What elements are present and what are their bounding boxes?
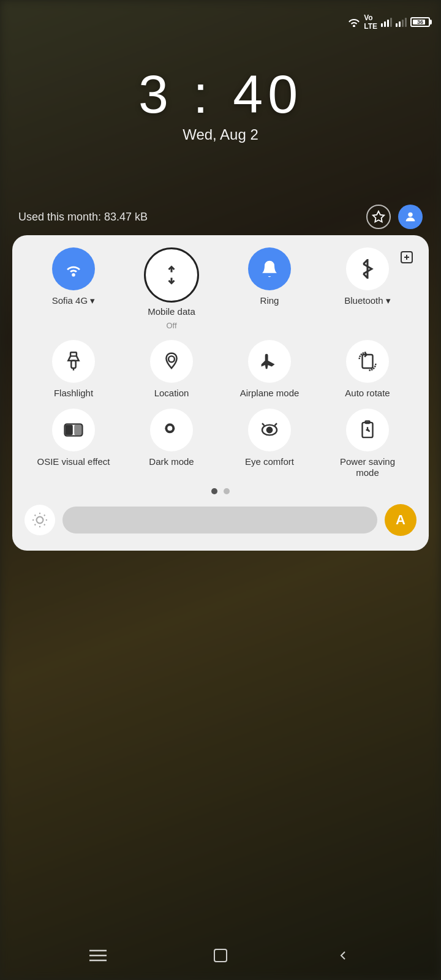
airplane-tile-icon	[248, 340, 291, 383]
location-label: Location	[154, 388, 189, 399]
brightness-slider[interactable]	[62, 507, 377, 533]
darkmode-tile-icon	[150, 409, 193, 451]
battery-level: 36	[417, 19, 423, 25]
nav-back-button[interactable]	[325, 937, 361, 974]
page-dots	[24, 488, 417, 494]
autorotate-label: Auto rotate	[345, 388, 390, 399]
svg-rect-13	[70, 352, 77, 356]
ring-tile-icon	[248, 247, 291, 290]
qs-row-3: OSIE visual effect Dark mode	[24, 409, 417, 478]
bluetooth-tile-icon	[346, 247, 389, 290]
qs-tile-osie[interactable]: OSIE visual effect	[34, 409, 113, 478]
dot-1	[211, 488, 217, 494]
bluetooth-label: Bluetooth ▾	[344, 295, 391, 306]
wifi-tile-icon	[52, 247, 95, 290]
svg-point-9	[408, 213, 412, 217]
qs-tile-flashlight[interactable]: Flashlight	[34, 340, 113, 399]
qs-tile-mobile-data[interactable]: Mobile data Off	[132, 247, 211, 330]
flashlight-tile-icon	[52, 340, 95, 383]
osie-label: OSIE visual effect	[37, 456, 110, 467]
svg-line-31	[35, 515, 36, 516]
svg-point-16	[168, 356, 175, 362]
powersaving-tile-icon	[346, 409, 389, 451]
clock-time: 3 : 40	[138, 67, 303, 121]
qs-tile-ring[interactable]: Ring	[230, 247, 309, 330]
svg-rect-4	[396, 23, 398, 27]
volte-icon: VoLTE	[364, 13, 377, 31]
dot-2	[224, 488, 230, 494]
brightness-row: A	[24, 504, 417, 536]
svg-point-22	[167, 426, 172, 431]
mobile-data-sublabel: Off	[166, 321, 176, 330]
svg-rect-19	[74, 425, 81, 435]
edit-button[interactable]	[396, 246, 418, 268]
settings-icon[interactable]	[366, 205, 391, 229]
qs-row-1: Sofia 4G ▾ Mobile data Off	[24, 247, 417, 330]
qs-tile-darkmode[interactable]: Dark mode	[132, 409, 211, 478]
location-tile-icon	[150, 340, 193, 383]
svg-rect-18	[66, 425, 73, 435]
brightness-icon[interactable]	[24, 505, 55, 535]
osie-tile-icon	[52, 409, 95, 451]
signal1-icon	[381, 17, 392, 27]
status-bar: VoLTE	[0, 0, 441, 37]
airplane-label: Airplane mode	[240, 388, 300, 399]
qs-tile-autorotate[interactable]: Auto rotate	[328, 340, 407, 399]
nav-home-button[interactable]	[202, 937, 239, 974]
svg-rect-2	[387, 20, 389, 27]
ring-label: Ring	[260, 295, 279, 306]
svg-line-32	[44, 524, 45, 526]
flashlight-label: Flashlight	[54, 388, 93, 399]
svg-point-24	[267, 428, 272, 432]
quick-settings-panel: Sofia 4G ▾ Mobile data Off	[12, 235, 429, 551]
svg-rect-0	[381, 23, 383, 27]
status-icons: VoLTE	[348, 13, 430, 31]
clock-date: Wed, Aug 2	[138, 126, 303, 143]
avatar-label: A	[396, 512, 405, 528]
qs-row-2: Flashlight Location A	[24, 340, 417, 399]
svg-line-35	[35, 524, 36, 526]
qs-tile-powersaving[interactable]: Power saving mode	[328, 409, 407, 478]
svg-rect-17	[363, 355, 373, 368]
data-usage-text: Used this month: 83.47 kB	[18, 211, 148, 224]
svg-rect-1	[384, 21, 386, 27]
data-usage-icons	[366, 205, 423, 229]
battery-icon: 36	[410, 17, 430, 27]
autorotate-tile-icon	[346, 340, 389, 383]
qs-tile-eyecomfort[interactable]: Eye comfort	[230, 409, 309, 478]
darkmode-label: Dark mode	[149, 456, 194, 467]
svg-marker-8	[373, 211, 384, 222]
svg-rect-40	[214, 949, 227, 962]
user-icon[interactable]	[398, 205, 423, 229]
qs-tile-wifi[interactable]: Sofia 4G ▾	[34, 247, 113, 330]
bottom-nav	[0, 931, 441, 980]
powersaving-label: Power saving mode	[328, 456, 407, 478]
clock-section: 3 : 40 Wed, Aug 2	[138, 67, 303, 143]
wifi-label: Sofia 4G ▾	[52, 295, 96, 306]
eyecomfort-tile-icon	[248, 409, 291, 451]
svg-rect-6	[402, 20, 404, 27]
qs-tile-location[interactable]: Location	[132, 340, 211, 399]
wifi-status-icon	[348, 17, 360, 27]
svg-rect-14	[71, 361, 75, 368]
signal2-icon	[396, 17, 407, 27]
svg-rect-3	[390, 18, 392, 27]
mobile-data-icon	[144, 247, 199, 303]
eyecomfort-label: Eye comfort	[245, 456, 294, 467]
svg-point-28	[37, 517, 43, 524]
user-avatar[interactable]: A	[385, 504, 417, 536]
svg-rect-7	[405, 18, 407, 27]
nav-menu-button[interactable]	[80, 937, 116, 974]
data-usage-bar: Used this month: 83.47 kB	[12, 205, 429, 229]
svg-rect-5	[399, 21, 401, 27]
qs-tile-airplane[interactable]: Airplane mode	[230, 340, 309, 399]
svg-line-36	[44, 515, 45, 516]
mobile-data-label: Mobile data	[148, 306, 195, 317]
